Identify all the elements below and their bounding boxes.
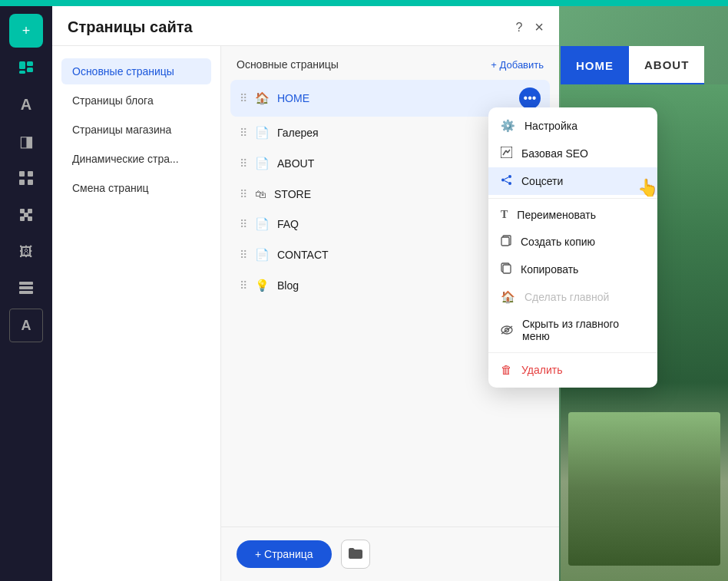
ctx-delete[interactable]: 🗑 Удалить — [488, 356, 657, 383]
svg-point-21 — [501, 179, 505, 182]
nav-item-store-pages[interactable]: Страницы магазина — [61, 117, 211, 143]
bg-nav-about: ABOUT — [629, 46, 704, 84]
ctx-delete-label: Удалить — [521, 364, 562, 376]
rename-icon: T — [501, 209, 508, 221]
drag-handle-contact: ⠿ — [240, 249, 247, 261]
svg-rect-4 — [19, 171, 25, 177]
svg-rect-25 — [501, 237, 509, 246]
ctx-make-home: 🏠 Сделать главной — [488, 283, 657, 311]
copy-page-icon — [501, 235, 511, 249]
ctx-hide-menu-label: Скрыть из главного меню — [522, 318, 645, 342]
nav-item-main-pages[interactable]: Основные страницы — [61, 58, 211, 84]
svg-rect-5 — [28, 171, 33, 177]
svg-rect-6 — [19, 180, 25, 185]
svg-rect-1 — [27, 61, 33, 66]
sidebar-apps-icon[interactable] — [9, 161, 43, 195]
pages-section-title: Основные страницы — [237, 58, 339, 71]
hide-icon — [501, 324, 513, 337]
dialog-header-actions: ? × — [515, 18, 544, 36]
svg-rect-3 — [19, 71, 25, 74]
page-more-button-home[interactable]: ••• — [519, 87, 541, 109]
ctx-hide-menu[interactable]: Скрыть из главного меню — [488, 311, 657, 349]
svg-rect-11 — [28, 216, 32, 221]
copy-icon — [501, 262, 511, 276]
page-name-gallery: Галерея — [277, 127, 521, 139]
bg-nav-home: HOME — [561, 46, 629, 84]
ctx-seo[interactable]: Базовая SEO — [488, 140, 657, 167]
dialog-nav: Основные страницы Страницы блога Страниц… — [52, 46, 221, 581]
svg-point-22 — [508, 182, 511, 185]
contact-page-icon: 📄 — [255, 248, 270, 262]
svg-rect-16 — [501, 147, 512, 158]
make-home-icon: 🏠 — [501, 290, 515, 304]
nav-item-dynamic-pages[interactable]: Динамические стра... — [61, 146, 211, 172]
blog-page-icon: 💡 — [255, 279, 270, 292]
folder-button[interactable] — [341, 540, 370, 569]
drag-handle-about: ⠿ — [240, 157, 247, 170]
svg-rect-9 — [28, 209, 32, 213]
settings-icon: ⚙️ — [501, 119, 515, 133]
svg-line-24 — [505, 181, 508, 183]
dialog-body: Основные страницы Страницы блога Страниц… — [52, 46, 559, 581]
drag-handle-store: ⠿ — [240, 188, 247, 200]
svg-line-19 — [508, 150, 510, 153]
svg-rect-12 — [24, 213, 28, 217]
ctx-copy[interactable]: Копировать — [488, 256, 657, 283]
context-menu: ⚙️ Настройка Базовая SEO Соцсети T Переи… — [488, 107, 657, 388]
close-icon[interactable]: × — [534, 18, 544, 36]
social-icon — [501, 174, 512, 188]
sidebar-plus-icon[interactable]: + — [9, 14, 43, 48]
store-page-icon: 🛍 — [255, 187, 266, 200]
svg-rect-15 — [19, 291, 33, 294]
ctx-copy-label: Копировать — [521, 263, 578, 276]
drag-handle-home: ⠿ — [240, 92, 247, 104]
dialog-title: Страницы сайта — [68, 18, 193, 36]
delete-icon: 🗑 — [501, 363, 512, 376]
sidebar-table-icon[interactable] — [9, 272, 43, 305]
ctx-settings[interactable]: ⚙️ Настройка — [488, 112, 657, 140]
svg-rect-7 — [28, 180, 33, 185]
sidebar-pages-icon[interactable] — [9, 51, 43, 84]
sidebar-text-icon[interactable]: A — [9, 87, 43, 121]
sidebar-puzzle-icon[interactable] — [9, 198, 43, 232]
svg-rect-14 — [19, 286, 33, 289]
sidebar-design-icon[interactable]: ◨ — [9, 124, 43, 158]
ctx-rename[interactable]: T Переименовать — [488, 202, 657, 228]
ctx-seo-label: Базовая SEO — [521, 147, 588, 160]
svg-rect-27 — [503, 265, 511, 273]
nav-item-blog-pages[interactable]: Страницы блога — [61, 87, 211, 114]
left-sidebar: + A ◨ 🖼 A — [0, 6, 52, 581]
ctx-social[interactable]: Соцсети — [488, 167, 657, 195]
dialog-header: Страницы сайта ? × — [52, 6, 559, 46]
svg-line-17 — [503, 150, 506, 155]
svg-rect-13 — [19, 282, 33, 285]
sidebar-media-icon[interactable]: 🖼 — [9, 235, 43, 269]
ctx-copy-page-label: Создать копию — [521, 236, 595, 248]
ctx-divider-1 — [488, 198, 657, 199]
ctx-make-home-label: Сделать главной — [524, 291, 609, 303]
svg-rect-0 — [19, 61, 25, 69]
page-name-home: HOME — [277, 92, 511, 104]
pages-header: Основные страницы + Добавить — [221, 46, 559, 80]
svg-rect-8 — [20, 209, 25, 213]
add-page-link[interactable]: + Добавить — [491, 59, 544, 71]
ctx-rename-label: Переименовать — [517, 209, 596, 221]
ctx-copy-page[interactable]: Создать копию — [488, 228, 657, 256]
pages-footer: + Страница — [221, 527, 559, 581]
nav-item-switch-pages[interactable]: Смена страниц — [61, 175, 211, 201]
seo-icon — [501, 147, 512, 160]
svg-line-23 — [505, 177, 508, 180]
about-page-icon: 📄 — [255, 157, 270, 170]
ctx-settings-label: Настройка — [524, 120, 577, 132]
help-icon[interactable]: ? — [515, 21, 522, 35]
svg-point-20 — [508, 175, 511, 178]
sidebar-font-icon[interactable]: A — [9, 309, 43, 342]
ctx-social-label: Соцсети — [521, 175, 563, 187]
svg-rect-10 — [20, 216, 25, 221]
faq-page-icon: 📄 — [255, 217, 270, 231]
add-page-button[interactable]: + Страница — [237, 540, 332, 568]
drag-handle-faq: ⠿ — [240, 218, 247, 230]
top-bar — [0, 0, 728, 6]
home-page-icon: 🏠 — [255, 91, 270, 105]
drag-handle-gallery: ⠿ — [240, 127, 247, 139]
